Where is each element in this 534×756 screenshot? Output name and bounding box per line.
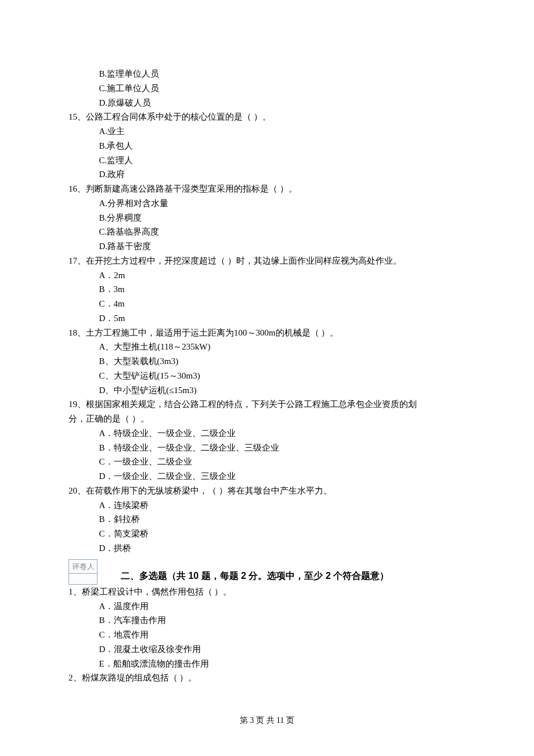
q16-stem: 16、判断新建高速公路路基干湿类型宜采用的指标是（ ）。 [68,182,466,196]
q15-option-C: C.监理人 [68,153,466,168]
q17-option-A: A．2m [68,268,466,283]
q16-option-D: D.路基干密度 [68,239,466,254]
orphan-option-B: B.监理单位人员 [68,67,466,81]
q18-option-C: C、大型铲运机(15～30m3) [68,369,466,383]
orphan-option-C: C.施工单位人员 [68,81,466,96]
q19-stem-line1: 19、根据国家相关规定，结合公路工程的特点，下列关于公路工程施工总承包企业资质的… [68,397,466,412]
q18-option-A: A、大型推土机(118～235kW) [68,340,466,354]
q17-stem: 17、在开挖土方过程中，开挖深度超过（ ）时，其边缘上面作业同样应视为高处作业。 [68,254,466,268]
q20-stem: 20、在荷载作用下的无纵坡桥梁中，（ ）将在其墩台中产生水平力。 [68,484,466,498]
q17-option-C: C．4m [68,297,466,311]
q16-option-C: C.路基临界高度 [68,225,466,239]
q20-option-D: D．拱桥 [68,541,466,556]
mq1-stem: 1、桥梁工程设计中，偶然作用包括（ ）。 [68,585,466,599]
q15-option-D: D.政府 [68,167,466,182]
q17-option-D: D．5m [68,311,466,326]
section-header-row: 评卷人 二、多选题（共 10 题，每题 2 分。选项中，至少 2 个符合题意） [68,556,466,585]
grader-box: 评卷人 [68,559,98,585]
q15-option-B: B.承包人 [68,139,466,153]
q19-option-D: D．一级企业、二级企业、三级企业 [68,469,466,484]
q20-option-A: A．连续梁桥 [68,498,466,513]
grader-empty-cell [68,574,98,585]
orphan-option-D: D.原爆破人员 [68,96,466,110]
exam-page: B.监理单位人员 C.施工单位人员 D.原爆破人员 15、公路工程合同体系中处于… [0,0,534,756]
q17-option-B: B．3m [68,282,466,297]
mq2-stem: 2、粉煤灰路堤的组成包括（ ）。 [68,671,466,685]
q15-stem: 15、公路工程合同体系中处于的核心位置的是（ ）。 [68,110,466,124]
q19-option-C: C．一级企业、二级企业 [68,455,466,469]
q16-option-B: B.分界稠度 [68,211,466,225]
q20-option-B: B．斜拉桥 [68,512,466,527]
q18-option-B: B、大型装载机(3m3) [68,354,466,369]
mq1-option-E: E．船舶或漂流物的撞击作用 [68,657,466,671]
section-title-multi: 二、多选题（共 10 题，每题 2 分。选项中，至少 2 个符合题意） [121,568,389,585]
q19-option-B: B．特级企业、一级企业、二级企业、三级企业 [68,441,466,455]
q19-stem-line2: 分，正确的是（ ）。 [68,412,466,426]
q20-option-C: C．简支梁桥 [68,527,466,541]
page-footer: 第 3 页 共 11 页 [0,714,534,727]
mq1-option-D: D．混凝土收缩及徐变作用 [68,642,466,657]
mq1-option-A: A．温度作用 [68,599,466,614]
q16-option-A: A.分界相对含水量 [68,196,466,211]
q15-option-A: A.业主 [68,124,466,139]
q18-option-D: D、中小型铲运机(≤15m3) [68,383,466,398]
q18-stem: 18、土方工程施工中，最适用于运土距离为100～300m的机械是（ ）。 [68,326,466,340]
mq1-option-B: B．汽车撞击作用 [68,613,466,628]
mq1-option-C: C．地震作用 [68,628,466,642]
q19-option-A: A．特级企业、一级企业、二级企业 [68,426,466,441]
grader-label: 评卷人 [68,559,98,574]
